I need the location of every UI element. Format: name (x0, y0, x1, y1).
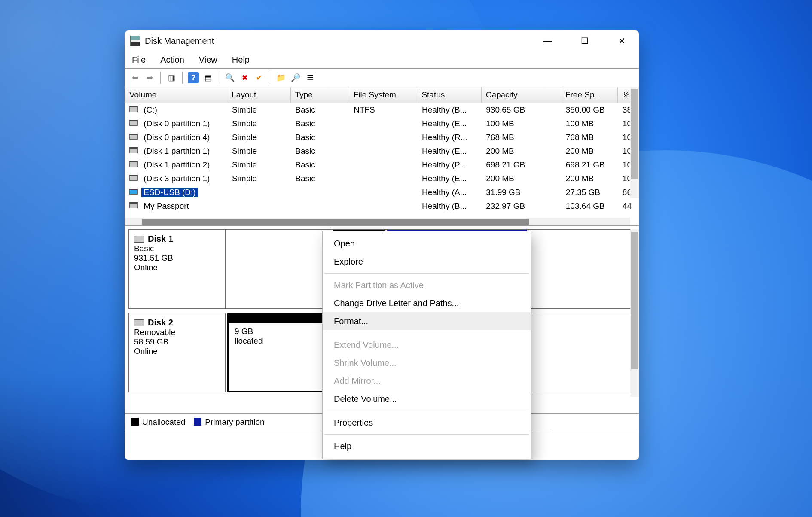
volume-icon (129, 106, 138, 112)
legend-item: Primary partition (194, 417, 264, 427)
forward-arrow-icon[interactable]: ➡ (144, 72, 155, 83)
disk-management-window: Disk Management — ☐ ✕ FileActionViewHelp… (125, 30, 639, 460)
titlebar[interactable]: Disk Management — ☐ ✕ (125, 30, 639, 51)
volume-icon (129, 147, 138, 153)
menu-item-shrink-volume: Shrink Volume... (323, 354, 531, 372)
menubar: FileActionViewHelp (125, 51, 639, 68)
table-row[interactable]: (Disk 0 partition 1)SimpleBasicHealthy (… (125, 117, 639, 131)
menu-item-properties[interactable]: Properties (323, 414, 531, 432)
menu-item-open[interactable]: Open (323, 234, 531, 252)
col-layout[interactable]: Layout (227, 87, 290, 103)
table-row[interactable]: (Disk 3 partition 1)SimpleBasicHealthy (… (125, 172, 639, 186)
refresh-icon[interactable]: 🔍 (224, 72, 235, 83)
disk-icon (134, 236, 144, 243)
menu-item-change-drive-letter-and-paths[interactable]: Change Drive Letter and Paths... (323, 294, 531, 312)
table-row[interactable]: (Disk 0 partition 4)SimpleBasicHealthy (… (125, 131, 639, 144)
col-volume[interactable]: Volume (125, 87, 227, 103)
menu-item-mark-partition-as-active: Mark Partition as Active (323, 276, 531, 294)
table-row[interactable]: ESD-USB (D:)Healthy (A...31.99 GB27.35 G… (125, 186, 639, 199)
disk-icon (134, 319, 144, 326)
col-status[interactable]: Status (417, 87, 481, 103)
minimize-button[interactable]: — (539, 32, 556, 49)
table-row[interactable]: (Disk 1 partition 1)SimpleBasicHealthy (… (125, 144, 639, 158)
help-icon[interactable]: ? (188, 72, 199, 83)
check-icon[interactable]: ✔ (253, 72, 265, 83)
col-file-system[interactable]: File System (349, 87, 418, 103)
volume-icon (129, 189, 138, 195)
close-button[interactable]: ✕ (613, 32, 630, 49)
disk-label[interactable]: Disk 2Removable58.59 GBOnline (129, 313, 226, 392)
toolbar: ⬅➡▥?▤🔍✖✔📁🔎☰ (125, 68, 639, 87)
table-row[interactable]: My PassportHealthy (B...232.97 GB103.64 … (125, 199, 639, 213)
volume-icon (129, 120, 138, 126)
col-type[interactable]: Type (291, 87, 349, 103)
volume-icon (129, 161, 138, 167)
desktop-wallpaper: Disk Management — ☐ ✕ FileActionViewHelp… (0, 0, 812, 517)
properties-icon[interactable]: ▤ (202, 72, 214, 83)
delete-icon[interactable]: ✖ (239, 72, 250, 83)
col-capacity[interactable]: Capacity (482, 87, 561, 103)
window-title: Disk Management (145, 36, 214, 46)
table-header: VolumeLayoutTypeFile SystemStatusCapacit… (125, 87, 639, 103)
menu-help[interactable]: Help (232, 55, 250, 65)
folder-up-icon[interactable]: 📁 (275, 72, 287, 83)
menu-view[interactable]: View (199, 55, 217, 65)
volume-icon (129, 202, 138, 208)
menu-item-extend-volume: Extend Volume... (323, 336, 531, 354)
disk-label[interactable]: Disk 1Basic931.51 GBOnline (129, 230, 226, 308)
volume-table: VolumeLayoutTypeFile SystemStatusCapacit… (125, 87, 639, 226)
back-arrow-icon[interactable]: ⬅ (129, 72, 140, 83)
menu-item-format[interactable]: Format... (323, 312, 531, 330)
legend-item: Unallocated (131, 417, 185, 427)
maximize-button[interactable]: ☐ (576, 32, 593, 49)
horizontal-scrollbar[interactable] (125, 218, 630, 225)
graph-scrollbar[interactable] (630, 229, 639, 397)
table-row[interactable]: (C:)SimpleBasicNTFSHealthy (B...930.65 G… (125, 103, 639, 117)
volume-icon (129, 134, 138, 140)
menu-file[interactable]: File (132, 55, 146, 65)
menu-item-delete-volume[interactable]: Delete Volume... (323, 390, 531, 408)
menu-item-add-mirror: Add Mirror... (323, 372, 531, 390)
app-icon (130, 36, 140, 46)
table-row[interactable]: (Disk 1 partition 2)SimpleBasicHealthy (… (125, 158, 639, 172)
menu-action[interactable]: Action (160, 55, 184, 65)
vertical-scrollbar[interactable] (630, 87, 639, 198)
options-icon[interactable]: ☰ (305, 72, 316, 83)
col-free-sp-[interactable]: Free Sp... (561, 87, 618, 103)
tree-pane-icon[interactable]: ▥ (166, 72, 177, 83)
menu-item-explore[interactable]: Explore (323, 252, 531, 271)
search-folder-icon[interactable]: 🔎 (290, 72, 301, 83)
volume-icon (129, 175, 138, 181)
menu-item-help[interactable]: Help (323, 437, 531, 455)
context-menu: OpenExploreMark Partition as ActiveChang… (322, 231, 531, 459)
